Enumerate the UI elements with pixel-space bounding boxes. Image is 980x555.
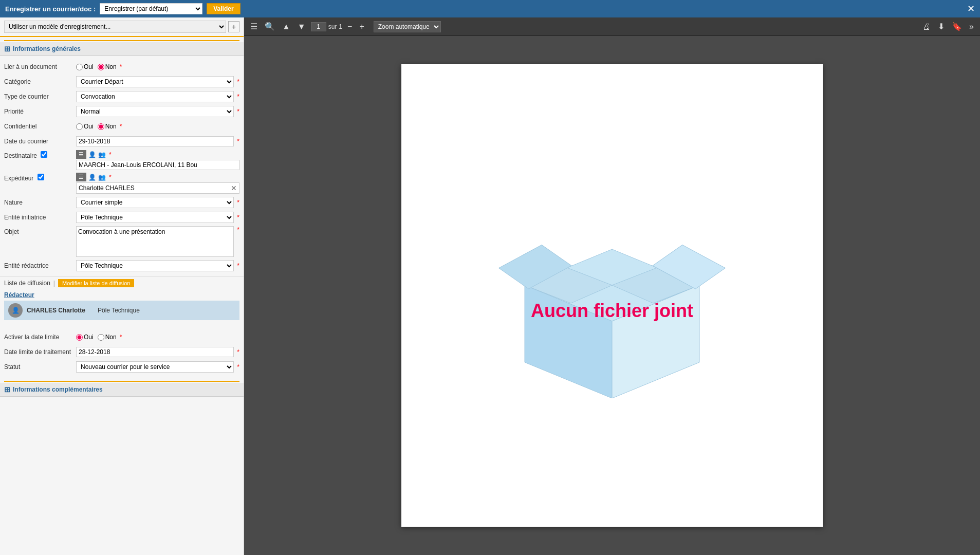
no-file-text: Aucun fichier joint (531, 300, 693, 322)
pdf-zoom-out-btn[interactable]: − (345, 21, 354, 32)
expediteur-group-icon[interactable]: 👥 (98, 174, 106, 181)
template-row: Utiliser un modèle d'enregistrement... + (0, 17, 244, 37)
statut-row: Statut Nouveau courrier pour le service … (4, 361, 239, 373)
pdf-viewer: ☰ 🔍 ▲ ▼ sur 1 − + Zoom automatique 🖨 ⬇ 🔖… (244, 17, 980, 555)
activer-date-limite-label: Activer la date limite (4, 334, 76, 341)
pdf-page-total: 1 (339, 23, 342, 30)
lier-document-radio: Oui Non (76, 63, 117, 70)
pdf-page: Aucun fichier joint (401, 64, 823, 527)
action-select[interactable]: Enregistrer (par défaut) (100, 3, 202, 14)
activer-date-limite-oui[interactable]: Oui (76, 334, 94, 341)
top-bar: Enregistrer un courrier/doc : Enregistre… (0, 0, 980, 17)
destinataire-group-icon[interactable]: 👥 (98, 151, 106, 158)
objet-required: * (237, 226, 239, 233)
expediteur-field: Charlotte CHARLES ✕ (76, 182, 239, 194)
date-courrier-row: Date du courrier * (4, 135, 239, 147)
confidentiel-label: Confidentiel (4, 123, 76, 130)
entite-redactrice-row: Entité rédactrice Pôle Technique * (4, 260, 239, 272)
section-informations-complementaires[interactable]: ⊞ Informations complémentaires (0, 383, 244, 397)
date-limite-row: Date limite de traitement * (4, 346, 239, 358)
entite-redactrice-select[interactable]: Pôle Technique (76, 260, 234, 271)
priorite-row: Priorité Normal * (4, 105, 239, 118)
section-expand-icon: ⊞ (4, 45, 10, 53)
pdf-content: Aucun fichier joint (244, 36, 980, 555)
valider-button[interactable]: Valider (207, 3, 240, 14)
date-courrier-label: Date du courrier (4, 138, 76, 145)
confidentiel-required: * (120, 123, 122, 130)
pdf-toolbar-right: 🖨 ⬇ 🔖 » (920, 21, 976, 32)
diffusion-header: Liste de diffusion | Modifier la liste d… (0, 276, 244, 289)
pdf-zoom-in-btn[interactable]: + (357, 21, 366, 32)
lier-document-non[interactable]: Non (98, 63, 117, 70)
lier-document-label: Lier à un document (4, 63, 76, 70)
date-courrier-required: * (237, 138, 239, 145)
destinataire-person-icon[interactable]: 👤 (88, 151, 96, 158)
expediteur-checkbox[interactable] (38, 174, 44, 180)
diffusion-label: Liste de diffusion (4, 280, 50, 287)
categorie-label: Catégorie (4, 78, 76, 85)
pdf-next-btn[interactable]: ▼ (295, 21, 308, 32)
type-courrier-select[interactable]: Convocation (76, 91, 234, 102)
date-limite-input[interactable] (76, 347, 234, 357)
statut-label: Statut (4, 363, 76, 371)
entite-initiatrice-required: * (237, 214, 239, 221)
statut-select[interactable]: Nouveau courrier pour le service (76, 361, 234, 373)
page-title: Enregistrer un courrier/doc : (5, 5, 96, 13)
expediteur-row: Expéditeur ☰ 👤 👥 * Charlotte CHARLES (4, 173, 239, 194)
entite-initiatrice-row: Entité initiatrice Pôle Technique * (4, 211, 239, 224)
modifier-diffusion-button[interactable]: Modifier la liste de diffusion (58, 279, 134, 287)
box-illustration: Aucun fichier joint (484, 193, 741, 398)
pdf-sidebar-btn[interactable]: ☰ (248, 21, 260, 32)
date-courrier-input[interactable] (76, 136, 234, 146)
pdf-zoom-select[interactable]: Zoom automatique (374, 21, 441, 32)
objet-label: Objet (4, 226, 76, 235)
pdf-download-btn[interactable]: ⬇ (936, 21, 947, 32)
pdf-more-btn[interactable]: » (967, 21, 976, 32)
nature-label: Nature (4, 199, 76, 206)
add-template-button[interactable]: + (228, 21, 239, 32)
pdf-prev-btn[interactable]: ▲ (280, 21, 292, 32)
diffusion-separator: | (53, 280, 55, 287)
pdf-print-btn[interactable]: 🖨 (920, 21, 933, 32)
template-select[interactable]: Utiliser un modèle d'enregistrement... (4, 21, 226, 33)
destinataire-required: * (109, 151, 112, 158)
confidentiel-row: Confidentiel Oui Non * (4, 120, 239, 133)
destinataire-row: Destinataire ☰ 👤 👥 * MAARCH - Jean-Louis… (4, 150, 239, 170)
confidentiel-non[interactable]: Non (98, 123, 117, 130)
pdf-bookmark-btn[interactable]: 🔖 (950, 21, 964, 32)
activer-date-limite-radio: Oui Non (76, 334, 117, 341)
activer-date-required: * (120, 334, 122, 341)
expediteur-clear-btn[interactable]: ✕ (231, 184, 237, 192)
destinataire-list-btn[interactable]: ☰ (76, 150, 86, 159)
avatar-icon: 👤 (12, 307, 20, 314)
destinataire-label: Destinataire (4, 150, 76, 159)
type-courrier-required: * (237, 93, 239, 100)
destinataire-value: MAARCH - Jean-Louis ERCOLANI, 11 Bou (79, 161, 237, 169)
expediteur-person-icon[interactable]: 👤 (88, 174, 96, 181)
destinataire-checkbox[interactable] (41, 151, 47, 158)
pdf-page-info: sur 1 (311, 22, 342, 31)
lier-document-oui[interactable]: Oui (76, 63, 94, 70)
divider-2 (4, 381, 239, 382)
section-informations-generales[interactable]: ⊞ Informations générales (0, 42, 244, 56)
lier-document-required: * (120, 63, 122, 70)
nature-select[interactable]: Courrier simple (76, 197, 234, 208)
activer-date-limite-non[interactable]: Non (98, 334, 117, 341)
confidentiel-oui[interactable]: Oui (76, 123, 94, 130)
pdf-toolbar: ☰ 🔍 ▲ ▼ sur 1 − + Zoom automatique 🖨 ⬇ 🔖… (244, 17, 980, 36)
entite-initiatrice-select[interactable]: Pôle Technique (76, 212, 234, 223)
nature-row: Nature Courrier simple * (4, 196, 239, 209)
pdf-search-btn[interactable]: 🔍 (263, 21, 277, 32)
lier-document-row: Lier à un document Oui Non * (4, 61, 239, 73)
priorite-label: Priorité (4, 108, 76, 115)
expediteur-required: * (109, 174, 112, 181)
entite-redactrice-label: Entité rédactrice (4, 262, 76, 269)
objet-textarea[interactable]: Convocation à une présentation (76, 226, 234, 257)
expediteur-list-btn[interactable]: ☰ (76, 173, 86, 181)
priorite-select[interactable]: Normal (76, 106, 234, 117)
entite-initiatrice-label: Entité initiatrice (4, 214, 76, 221)
close-button[interactable]: ✕ (967, 3, 975, 14)
categorie-select[interactable]: Courrier Départ (76, 76, 234, 87)
categorie-required: * (237, 78, 239, 85)
pdf-page-input[interactable] (311, 22, 326, 31)
